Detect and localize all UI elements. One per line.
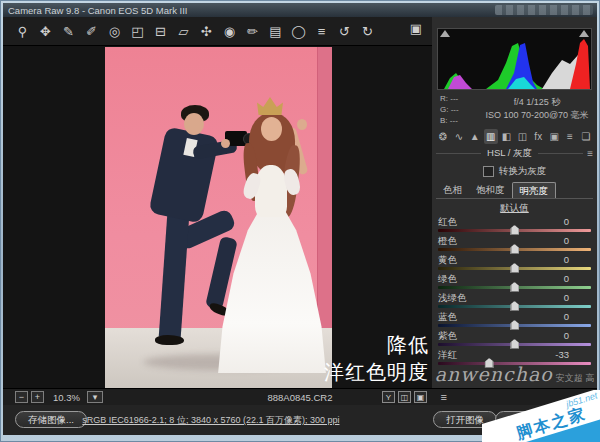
groom-shoe	[155, 335, 184, 345]
slider-red: 红色 0	[438, 216, 591, 235]
tab-saturation[interactable]: 饱和度	[469, 182, 512, 198]
workflow-options-link[interactable]: sRGB IEC61966-2.1; 8 位; 3840 x 5760 (22.…	[3, 414, 419, 427]
panel-tab-icons: ❂∿▲▥◧◫fx▣≡❏	[436, 129, 593, 145]
preview-menu-icon[interactable]: ≡	[441, 391, 447, 403]
titlebar-watermark	[495, 5, 593, 15]
bride-head	[261, 117, 282, 141]
window-title: Camera Raw 9.8 - Canon EOS 5D Mark III	[3, 5, 188, 16]
preview-area: 降低 洋红色明度	[3, 46, 432, 388]
histogram-graph	[438, 37, 591, 89]
copy-settings-icon[interactable]: ▣	[414, 391, 427, 403]
panel-header: HSL / 灰度 ≡	[436, 147, 593, 160]
hsl-grayscale-panel-icon[interactable]: ▥	[484, 129, 498, 144]
toolbar: ⚲✥✎✐◎◰⊟▱✣◉✏▤◯≡↺↻	[3, 17, 432, 46]
tutorial-caption-line1: 降低	[321, 332, 429, 359]
slider-track[interactable]	[438, 286, 591, 289]
red-eye-tool-icon[interactable]: ◉	[218, 21, 241, 41]
groom-hand	[221, 139, 230, 148]
exposure-info: f/4 1/125 秒 ISO 100 70-200@70 毫米	[482, 93, 592, 127]
slider-track[interactable]	[438, 229, 591, 232]
bride-gown	[217, 207, 327, 373]
radial-filter-tool-icon[interactable]: ◯	[287, 21, 310, 41]
panel-menu-icon[interactable]: ≡	[587, 148, 593, 159]
groom-head	[184, 113, 204, 135]
slider-green: 绿色 0	[438, 273, 591, 292]
author-watermark-script: anwenchao	[435, 363, 553, 385]
slider-track[interactable]	[438, 267, 591, 270]
tab-hue[interactable]: 色相	[436, 182, 469, 198]
title-bar: Camera Raw 9.8 - Canon EOS 5D Mark III	[3, 3, 597, 17]
graduated-filter-tool-icon[interactable]: ▤	[264, 21, 287, 41]
convert-grayscale-label: 转换为灰度	[499, 165, 547, 178]
adjustment-brush-tool-icon[interactable]: ✏	[241, 21, 264, 41]
rgb-readout: R: --- G: --- B: ---	[437, 93, 482, 127]
snapshots-panel-icon[interactable]: ❏	[579, 129, 593, 144]
slider-aqua: 浅绿色 0	[438, 292, 591, 311]
bride-bodice	[255, 165, 287, 217]
rotate-left-button-icon[interactable]: ↺	[333, 21, 356, 41]
before-after-toggle-icon[interactable]: Y	[382, 391, 395, 403]
camera-raw-window: Camera Raw 9.8 - Canon EOS 5D Mark III ⚲…	[3, 3, 597, 435]
transform-tool-icon[interactable]: ▱	[172, 21, 195, 41]
presets-panel-icon[interactable]: ≡	[563, 129, 577, 144]
swap-before-after-icon[interactable]: ◫	[398, 391, 411, 403]
preferences-button-icon[interactable]: ≡	[310, 21, 333, 41]
bride-hand	[297, 119, 307, 130]
straighten-tool-icon[interactable]: ⊟	[149, 21, 172, 41]
slider-blue: 蓝色 0	[438, 311, 591, 330]
tab-luminance[interactable]: 明亮度	[512, 182, 557, 198]
highlight-clipping-icon[interactable]	[579, 30, 589, 37]
hsl-tabs: 色相饱和度明亮度	[436, 182, 593, 199]
slider-track[interactable]	[438, 248, 591, 251]
default-values-link[interactable]: 默认值	[432, 202, 597, 215]
groom-leg	[159, 214, 189, 337]
basic-panel-icon[interactable]: ❂	[436, 129, 450, 144]
backdrop-edge	[317, 47, 332, 329]
histogram	[437, 28, 592, 90]
panel-title: HSL / 灰度	[487, 147, 532, 160]
preview-toggles: Y◫▣	[379, 391, 427, 403]
image-preview[interactable]	[105, 47, 332, 388]
tutorial-caption-line2: 洋红色明度	[321, 359, 429, 386]
slider-yellow: 黄色 0	[438, 254, 591, 273]
slider-track[interactable]	[438, 305, 591, 308]
toggle-fullscreen-icon[interactable]: ▣	[410, 21, 422, 36]
rotate-right-button-icon[interactable]: ↻	[356, 21, 379, 41]
split-toning-panel-icon[interactable]: ◧	[500, 129, 514, 144]
slider-track[interactable]	[438, 343, 591, 346]
slider-orange: 橙色 0	[438, 235, 591, 254]
crop-tool-icon[interactable]: ◰	[126, 21, 149, 41]
adjustments-panel: R: --- G: --- B: --- f/4 1/125 秒 ISO 100…	[432, 17, 597, 388]
tutorial-caption: 降低 洋红色明度	[321, 332, 429, 386]
convert-grayscale-checkbox[interactable]	[483, 166, 494, 177]
color-sampler-tool-icon[interactable]: ✐	[80, 21, 103, 41]
effects-panel-icon[interactable]: fx	[531, 129, 545, 144]
exif-readout: R: --- G: --- B: --- f/4 1/125 秒 ISO 100…	[437, 93, 592, 127]
luminance-sliders: 红色 0 橙色 0 黄色 0	[438, 216, 591, 368]
zoom-tool-icon[interactable]: ⚲	[11, 21, 34, 41]
targeted-adjustment-tool-icon[interactable]: ◎	[103, 21, 126, 41]
slider-purple: 紫色 0	[438, 330, 591, 349]
site-watermark: jb51.net 脚本之家	[482, 390, 600, 442]
convert-grayscale-row: 转换为灰度	[432, 165, 597, 178]
camera-calibration-panel-icon[interactable]: ▣	[547, 129, 561, 144]
white-balance-tool-icon[interactable]: ✎	[57, 21, 80, 41]
shadow-clipping-icon[interactable]	[440, 30, 450, 37]
slider-track[interactable]	[438, 324, 591, 327]
spot-removal-tool-icon[interactable]: ✣	[195, 21, 218, 41]
tone-curve-panel-icon[interactable]: ∿	[452, 129, 466, 144]
detail-panel-icon[interactable]: ▲	[468, 129, 482, 144]
lens-corrections-panel-icon[interactable]: ◫	[515, 129, 529, 144]
hand-tool-icon[interactable]: ✥	[34, 21, 57, 41]
bride-crown	[257, 97, 283, 115]
groom-suit	[148, 126, 219, 223]
